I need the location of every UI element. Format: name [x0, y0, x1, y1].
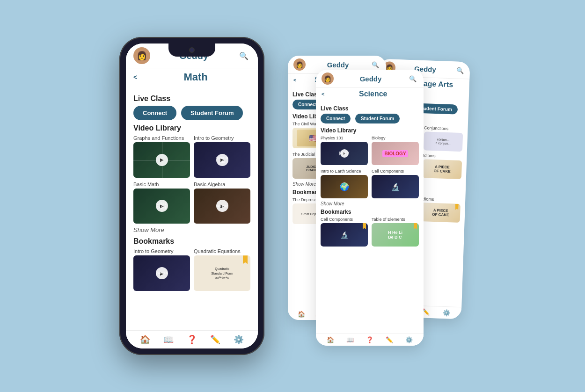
bookmark-thumb-1[interactable]: y=mx+b ▶ — [133, 255, 190, 291]
sci-thumb-1[interactable]: PHY ▶ — [321, 142, 368, 165]
video-item-2: Intro to Geometry y=mx+b∫dx ▶ — [194, 135, 250, 178]
bookmarks-title: Bookmarks — [133, 237, 250, 246]
footer-edit-icon[interactable]: ✏️ — [210, 334, 220, 345]
la-thumb-2[interactable]: conjun...n conjun... — [423, 131, 463, 152]
sci-bookmark-2: Table of Elements H He LiBe B C — [372, 217, 419, 247]
video-label-2: Intro to Geometry — [194, 135, 250, 141]
la-footer-settings[interactable]: ⚙️ — [443, 309, 451, 317]
sci-text-3: 🌍 — [340, 182, 349, 191]
sci-overlay-1: PHY — [321, 142, 368, 165]
sci-bookmark-overlay-1: 🔬 — [321, 223, 368, 247]
sci-text-2: BIOLOGY — [382, 150, 408, 157]
search-button[interactable]: 🔍 — [237, 49, 250, 62]
sci-forum-button[interactable]: Student Forum — [355, 114, 400, 123]
math-app-screen: 👩 Geddy 🔍 < Math Live Class Connect Stud… — [126, 44, 258, 348]
sci-back-button[interactable]: < — [322, 91, 324, 97]
footer-settings-icon[interactable]: ⚙️ — [234, 334, 244, 345]
video-thumb-1[interactable]: ▶ — [133, 142, 190, 178]
sci-thumb-4[interactable]: 🔬 — [372, 175, 419, 198]
sci-footer-edit[interactable]: ✏️ — [386, 336, 393, 343]
bookmark-thumb-2[interactable]: QuadraticStandard Formax²+bx+c — [194, 255, 250, 291]
sci-footer-help[interactable]: ❓ — [366, 336, 373, 343]
la-bookmark-2: Idioms A PIECEOF CAKE — [421, 196, 461, 223]
footer-book-icon[interactable]: 📖 — [163, 334, 174, 345]
video-item-1: Graphs and Functions ▶ — [133, 135, 190, 178]
video-item-4: Basic Algebra ax+b=c ▶ — [194, 181, 250, 224]
app-footer: 🏠 📖 ❓ ✏️ ⚙️ — [126, 330, 258, 348]
sci-overlay-2: BIOLOGY — [372, 142, 419, 165]
ss-app-title: Geddy — [327, 61, 349, 69]
video-item-3: Basic Math 1+1=22×3=6 ▶ — [133, 181, 190, 224]
sci-video-2: Biology BIOLOGY — [372, 136, 419, 165]
sci-bookmark-text-1: 🔬 — [340, 231, 348, 239]
ss-back-button[interactable]: < — [293, 77, 296, 83]
footer-help-icon[interactable]: ❓ — [187, 334, 197, 345]
la-video-label-2: Conjunctions — [424, 125, 463, 131]
science-card: 👩 Geddy 🔍 < Science Live Class Connect S… — [316, 70, 424, 346]
sci-page-title: Science — [328, 90, 418, 98]
sci-video-4: Cell Components 🔬 — [372, 169, 419, 198]
bookmark-overlay-2: QuadraticStandard Formax²+bx+c — [194, 255, 250, 291]
sci-header: 👩 Geddy 🔍 — [316, 70, 424, 88]
ss-search-button[interactable]: 🔍 — [370, 59, 380, 70]
sci-page-header: < Science — [316, 88, 424, 100]
sci-bookmark-thumb-2[interactable]: H He LiBe B C — [372, 223, 419, 247]
video-label-1: Graphs and Functions — [133, 135, 190, 141]
ss-footer-home[interactable]: 🏠 — [298, 311, 305, 318]
la-bookmark-text-2: A PIECEOF CAKE — [432, 208, 449, 217]
sci-bookmark-label-2: Table of Elements — [372, 217, 419, 222]
sci-video-grid: Physics 101 PHY ▶ Biology BIOLOGY — [321, 136, 419, 198]
video-thumb-4[interactable]: ax+b=c ▶ — [194, 189, 250, 224]
sci-bookmark-label-1: Cell Components — [321, 217, 368, 222]
live-class-title: Live Class — [133, 94, 250, 103]
back-button[interactable]: < — [133, 73, 137, 81]
la-bookmark-thumb-2[interactable]: A PIECEOF CAKE — [421, 203, 461, 223]
sci-footer-book[interactable]: 📖 — [346, 336, 354, 343]
sci-video-label-3: Intro to Earth Science — [321, 169, 368, 174]
sci-footer-settings[interactable]: ⚙️ — [405, 336, 413, 343]
la-thumb-4[interactable]: A PIECEOF CAKE — [422, 159, 462, 179]
video-grid: Graphs and Functions ▶ Intro to Geometry… — [133, 135, 250, 224]
sci-thumb-3[interactable]: 🌍 ▶ — [321, 175, 368, 198]
sci-app-title: Geddy — [360, 75, 382, 83]
show-more-link[interactable]: Show More — [133, 226, 250, 233]
video-thumb-2[interactable]: y=mx+b∫dx ▶ — [194, 142, 250, 178]
sci-footer: 🏠 📖 ❓ ✏️ ⚙️ — [316, 334, 424, 346]
video-overlay-2: y=mx+b∫dx — [194, 142, 250, 178]
video-text-4: ax+b=c — [216, 204, 229, 208]
phone-notch — [168, 44, 215, 57]
ss-avatar: 👩 — [293, 58, 306, 71]
sci-footer-home[interactable]: 🏠 — [327, 336, 334, 343]
live-class-buttons: Connect Student Forum — [133, 106, 250, 120]
bookmark-overlay-1: y=mx+b — [133, 255, 190, 291]
connect-button[interactable]: Connect — [133, 106, 176, 120]
la-bookmark-label-2: Idioms — [422, 196, 461, 203]
video-label-4: Basic Algebra — [194, 181, 250, 187]
video-thumb-3[interactable]: 1+1=22×3=6 ▶ — [133, 189, 190, 224]
bookmark-label-2: Quadratic Equations — [194, 248, 250, 254]
sci-show-more[interactable]: Show More — [321, 201, 419, 206]
la-overlay-4: A PIECEOF CAKE — [422, 159, 462, 179]
sci-thumb-2[interactable]: BIOLOGY — [372, 142, 419, 165]
sci-video-title: Video Library — [321, 127, 419, 134]
la-search-button[interactable]: 🔍 — [455, 65, 466, 75]
sci-bookmarks-grid: Cell Components 🔬 Table of Elements — [321, 217, 419, 247]
la-video-4: Idioms A PIECEOF CAKE — [422, 153, 462, 179]
bookmark-item-1: Intro to Geometry y=mx+b ▶ — [133, 248, 190, 291]
sci-bookmark-thumb-1[interactable]: 🔬 — [321, 223, 368, 247]
sci-connect-button[interactable]: Connect — [321, 114, 351, 123]
sci-video-3: Intro to Earth Science 🌍 ▶ — [321, 169, 368, 198]
avatar: 👩 — [133, 47, 150, 64]
student-forum-button[interactable]: Student Forum — [181, 106, 243, 120]
sci-bookmark-overlay-2: H He LiBe B C — [372, 223, 419, 247]
sci-bookmark-text-2: H He LiBe B C — [388, 230, 402, 240]
sci-content: Live Class Connect Student Forum Video L… — [316, 100, 424, 334]
footer-home-icon[interactable]: 🏠 — [140, 334, 150, 345]
la-video-label-4: Idioms — [423, 153, 462, 159]
sci-video-label-2: Biology — [372, 136, 419, 140]
sci-bookmark-1: Cell Components 🔬 — [321, 217, 368, 247]
cards-stack: 👩 Geddy 🔍 < Language Arts e Class onnect… — [288, 51, 466, 341]
sci-text-4: 🔬 — [391, 182, 400, 191]
sci-search-button[interactable]: 🔍 — [408, 73, 418, 84]
sci-text-1: PHY — [339, 151, 350, 156]
